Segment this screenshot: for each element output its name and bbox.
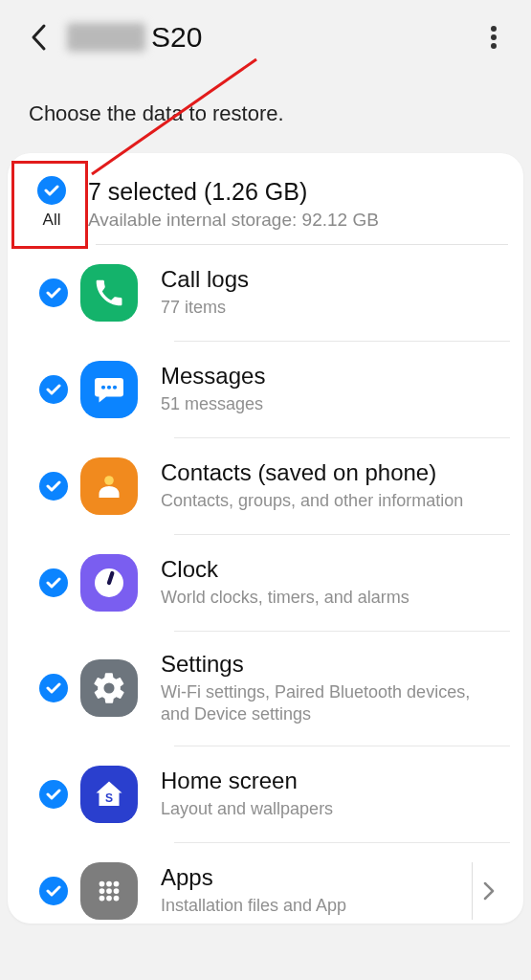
home-screen-icon: S bbox=[80, 766, 138, 823]
list-item-apps[interactable]: Apps Installation files and App bbox=[21, 843, 510, 924]
check-icon bbox=[46, 885, 61, 897]
selection-summary: 7 selected (1.26 GB) Available internal … bbox=[78, 176, 504, 231]
svg-point-18 bbox=[106, 895, 112, 901]
item-subtitle: Layout and wallpapers bbox=[161, 798, 497, 820]
messages-icon bbox=[80, 361, 138, 418]
chevron-right-icon bbox=[482, 880, 496, 902]
restore-card: All 7 selected (1.26 GB) Available inter… bbox=[8, 153, 523, 924]
checkbox[interactable] bbox=[39, 278, 68, 307]
grid-icon bbox=[95, 877, 123, 905]
list-item-messages[interactable]: Messages 51 messages bbox=[21, 342, 510, 437]
call-logs-icon bbox=[80, 264, 138, 322]
item-subtitle: 77 items bbox=[161, 297, 497, 319]
checkbox[interactable] bbox=[39, 472, 68, 501]
svg-point-12 bbox=[106, 880, 112, 886]
back-icon bbox=[30, 23, 47, 52]
item-subtitle: Wi-Fi settings, Paired Bluetooth devices… bbox=[161, 681, 497, 726]
svg-point-17 bbox=[100, 895, 105, 901]
chat-icon bbox=[92, 372, 126, 407]
checkbox[interactable] bbox=[39, 877, 68, 905]
apps-icon bbox=[80, 862, 138, 920]
check-icon bbox=[46, 789, 61, 800]
checkbox[interactable] bbox=[39, 375, 68, 404]
clock-face-icon bbox=[90, 564, 128, 602]
clock-icon bbox=[80, 554, 138, 612]
list-item-contacts[interactable]: Contacts (saved on phone) Contacts, grou… bbox=[21, 438, 510, 534]
available-storage: Available internal storage: 92.12 GB bbox=[88, 210, 504, 231]
select-all-checkbox[interactable] bbox=[37, 176, 66, 205]
checkbox[interactable] bbox=[39, 780, 68, 809]
check-icon bbox=[46, 480, 61, 492]
item-subtitle: 51 messages bbox=[161, 393, 497, 415]
item-subtitle: Installation files and App bbox=[161, 895, 460, 917]
gear-icon bbox=[91, 670, 127, 706]
person-icon bbox=[92, 469, 126, 503]
apps-expand-button[interactable] bbox=[472, 862, 504, 920]
list-item-settings[interactable]: Settings Wi-Fi settings, Paired Bluetoot… bbox=[21, 632, 510, 746]
svg-text:S: S bbox=[105, 791, 113, 804]
svg-point-2 bbox=[491, 43, 497, 49]
check-icon bbox=[46, 682, 61, 694]
svg-point-6 bbox=[113, 386, 117, 390]
svg-point-19 bbox=[114, 895, 120, 901]
item-title: Clock bbox=[161, 556, 497, 583]
device-name-redacted bbox=[67, 23, 145, 52]
item-title: Call logs bbox=[161, 266, 497, 293]
svg-point-14 bbox=[100, 888, 105, 894]
contacts-icon bbox=[80, 457, 138, 515]
svg-point-4 bbox=[101, 386, 105, 390]
item-subtitle: Contacts, groups, and other information bbox=[161, 490, 497, 512]
select-all-label: All bbox=[43, 211, 61, 230]
item-title: Settings bbox=[161, 651, 497, 678]
item-title: Messages bbox=[161, 363, 497, 390]
select-all-checkbox-wrap: All bbox=[25, 176, 78, 230]
checkbox[interactable] bbox=[39, 674, 68, 702]
item-title: Contacts (saved on phone) bbox=[161, 459, 497, 486]
svg-point-0 bbox=[491, 26, 497, 32]
select-all-row[interactable]: All 7 selected (1.26 GB) Available inter… bbox=[21, 167, 510, 244]
item-subtitle: World clocks, timers, and alarms bbox=[161, 587, 497, 609]
svg-point-7 bbox=[104, 476, 114, 485]
list-item-clock[interactable]: Clock World clocks, timers, and alarms bbox=[21, 535, 510, 631]
check-icon bbox=[46, 287, 61, 299]
header: S20 bbox=[0, 0, 531, 63]
svg-point-16 bbox=[114, 888, 120, 894]
more-menu-button[interactable] bbox=[479, 23, 508, 52]
phone-icon bbox=[94, 278, 124, 308]
item-title: Apps bbox=[161, 864, 460, 891]
svg-point-1 bbox=[491, 34, 497, 40]
list-item-home-screen[interactable]: S Home screen Layout and wallpapers bbox=[21, 746, 510, 842]
settings-icon bbox=[80, 659, 138, 717]
list-item-call-logs[interactable]: Call logs 77 items bbox=[21, 245, 510, 341]
check-icon bbox=[46, 384, 61, 395]
check-icon bbox=[44, 185, 59, 196]
checkbox[interactable] bbox=[39, 568, 68, 597]
svg-point-5 bbox=[107, 386, 111, 390]
svg-point-13 bbox=[114, 880, 120, 886]
back-button[interactable] bbox=[23, 22, 54, 53]
selected-count: 7 selected (1.26 GB) bbox=[88, 178, 504, 206]
svg-point-15 bbox=[106, 888, 112, 894]
instruction-text: Choose the data to restore. bbox=[0, 63, 531, 145]
page-title: S20 bbox=[151, 21, 202, 54]
more-icon bbox=[490, 25, 498, 50]
svg-point-11 bbox=[100, 880, 105, 886]
check-icon bbox=[46, 577, 61, 589]
house-icon: S bbox=[92, 777, 126, 812]
item-title: Home screen bbox=[161, 768, 497, 794]
